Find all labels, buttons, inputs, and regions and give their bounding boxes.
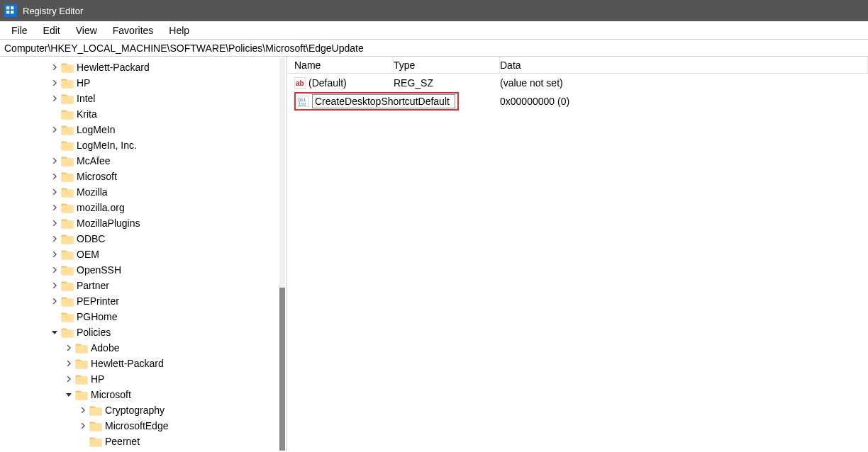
tree-item[interactable]: PGHome [0,309,286,324]
chevron-right-icon[interactable] [50,252,60,257]
chevron-right-icon[interactable] [50,298,60,304]
tree-item-label: Intel [77,93,95,104]
chevron-right-icon[interactable] [50,158,60,164]
string-value-icon [294,77,306,89]
chevron-right-icon[interactable] [50,80,60,86]
folder-icon [61,264,74,276]
tree-item[interactable]: mozilla.org [0,200,286,215]
folder-icon [61,171,74,182]
chevron-right-icon[interactable] [50,236,60,242]
value-data: 0x00000000 (0) [500,96,868,107]
tree-item-label: PEPrinter [77,295,119,307]
tree-item-label: ODBC [77,233,105,244]
menubar: File Edit View Favorites Help [0,21,868,40]
chevron-right-icon[interactable] [50,127,60,132]
tree-item-label: MozillaPlugins [77,217,140,229]
svg-rect-2 [6,11,9,13]
folder-icon [61,108,74,120]
chevron-right-icon[interactable] [50,283,60,288]
tree-item[interactable]: Krita [0,106,286,122]
chevron-down-icon[interactable] [64,392,74,397]
folder-icon [61,295,74,307]
values-pane: Name Type Data (Default)REG_SZ(value not… [287,57,868,452]
tree-item[interactable]: HP [0,75,286,91]
tree-item[interactable]: McAfee [0,153,286,169]
values-header: Name Type Data [287,57,868,74]
value-name-input[interactable] [312,94,455,108]
tree-item-label: McAfee [77,155,110,166]
window-title: Registry Editor [23,6,83,16]
chevron-right-icon[interactable] [50,267,60,273]
chevron-right-icon[interactable] [50,64,60,70]
scrollbar-thumb[interactable] [279,288,285,451]
chevron-right-icon[interactable] [50,96,60,101]
tree-item[interactable]: Mozilla [0,184,286,200]
folder-icon [61,155,74,166]
chevron-right-icon[interactable] [64,345,74,351]
chevron-right-icon[interactable] [64,361,74,366]
chevron-right-icon[interactable] [64,376,74,382]
address-bar[interactable]: Computer\HKEY_LOCAL_MACHINE\SOFTWARE\Pol… [0,40,868,57]
menu-file[interactable]: File [4,23,35,38]
tree-item[interactable]: Intel [0,91,286,106]
chevron-right-icon[interactable] [78,423,88,429]
column-name-header[interactable]: Name [287,57,394,73]
tree-item[interactable]: MozillaPlugins [0,215,286,231]
address-path: Computer\HKEY_LOCAL_MACHINE\SOFTWARE\Pol… [4,43,364,54]
tree-item[interactable]: Microsoft [0,169,286,184]
folder-icon [61,217,74,229]
folder-icon [75,373,88,385]
column-data-header[interactable]: Data [500,57,868,73]
tree-item[interactable]: Hewlett-Packard [0,356,286,371]
chevron-right-icon[interactable] [50,205,60,210]
titlebar: Registry Editor [0,0,868,21]
chevron-right-icon[interactable] [50,189,60,195]
tree-item[interactable]: Partner [0,278,286,293]
tree-item[interactable]: Peernet [0,434,286,449]
chevron-right-icon[interactable] [50,220,60,226]
tree-item-label: mozilla.org [77,202,125,213]
value-row[interactable]: 0x00000000 (0) [287,92,868,111]
menu-help[interactable]: Help [162,23,196,38]
tree-item[interactable]: LogMeIn, Inc. [0,137,286,153]
folder-icon [75,389,88,400]
tree-item[interactable]: ODBC [0,231,286,247]
folder-icon [61,140,74,151]
folder-icon [61,77,74,89]
menu-view[interactable]: View [69,23,104,38]
menu-favorites[interactable]: Favorites [106,23,161,38]
chevron-right-icon[interactable] [50,174,60,179]
tree-item[interactable]: Hewlett-Packard [0,60,286,75]
tree-item[interactable]: Adobe [0,340,286,356]
tree-item[interactable]: PEPrinter [0,293,286,309]
tree-scrollbar[interactable] [279,58,285,451]
folder-icon [75,342,88,354]
tree-item[interactable]: OpenSSH [0,262,286,278]
folder-icon [89,420,102,431]
folder-icon [61,62,74,73]
folder-icon [61,124,74,135]
tree-item[interactable]: Cryptography [0,402,286,418]
tree-item-label: PGHome [77,311,118,322]
tree-item[interactable]: LogMeIn [0,122,286,137]
tree-item-label: Microsoft [77,171,117,182]
tree-item-label: Microsoft [91,389,131,400]
chevron-down-icon[interactable] [50,329,60,335]
tree-item[interactable]: OEM [0,247,286,262]
value-type: REG_SZ [394,77,500,89]
folder-icon [61,311,74,322]
menu-edit[interactable]: Edit [36,23,67,38]
tree-item-label: OEM [77,249,99,260]
column-type-header[interactable]: Type [394,57,500,73]
folder-icon [75,358,88,369]
tree-item-label: Krita [77,108,97,120]
tree-item[interactable]: Policies [0,324,286,340]
tree-item[interactable]: HP [0,371,286,387]
tree-item-label: OpenSSH [77,264,121,276]
tree-item-label: Adobe [91,342,119,354]
tree-item[interactable]: Microsoft [0,387,286,402]
chevron-right-icon[interactable] [78,407,88,413]
svg-rect-1 [11,6,13,9]
value-row[interactable]: (Default)REG_SZ(value not set) [287,74,868,92]
tree-item[interactable]: MicrosoftEdge [0,418,286,434]
